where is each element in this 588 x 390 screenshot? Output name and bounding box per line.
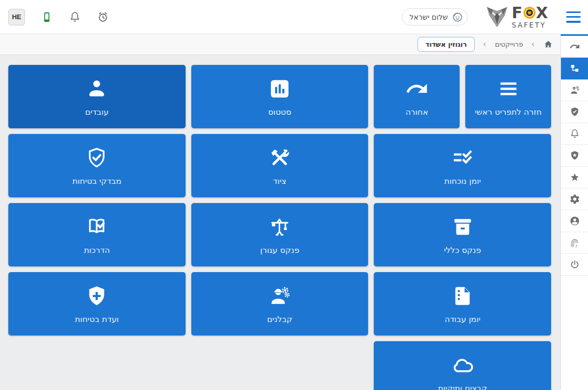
- top-header: HE שלום ישראל F: [0, 0, 588, 34]
- tile-label: סטטוס: [268, 107, 291, 117]
- person-icon: [85, 77, 109, 101]
- tile-files-folders[interactable]: קבצים ותיקיות: [374, 341, 551, 390]
- brand-subtitle: SAFETY: [512, 22, 548, 29]
- shield-plus-icon: [85, 284, 109, 308]
- star-icon: [569, 172, 580, 183]
- menu-icon: [496, 77, 520, 101]
- bell-icon: [569, 128, 580, 139]
- document-icon: [451, 284, 475, 308]
- shield-check-icon: [569, 106, 580, 117]
- tile-trainings[interactable]: הדרכות: [8, 203, 186, 266]
- sidebar-item-contractors[interactable]: [561, 79, 588, 101]
- tile-label: יומן נוכחות: [444, 177, 481, 186]
- breadcrumb-bar: פרוייקטים רוגוזין אשדוד: [0, 34, 560, 55]
- tile-safety-committee[interactable]: ועדת בטיחות: [8, 272, 186, 335]
- sidebar-item-back[interactable]: [561, 36, 588, 58]
- header-right-group: שלום ישראל F X SAFETY: [402, 5, 581, 29]
- sidebar-item-power[interactable]: [561, 254, 588, 276]
- tile-status[interactable]: סטטוס: [191, 65, 369, 128]
- checklist-icon: [451, 146, 475, 170]
- cloud-icon: [451, 353, 475, 377]
- chevron-left-icon: [530, 42, 536, 47]
- account-circle-icon: [569, 216, 580, 226]
- bar-chart-icon: [268, 77, 292, 101]
- tools-icon: [268, 146, 292, 170]
- tile-back-to-main-menu[interactable]: חזרה לתפריט ראשי: [465, 65, 551, 128]
- user-greeting-chip[interactable]: שלום ישראל: [402, 8, 468, 25]
- home-icon[interactable]: [543, 39, 553, 49]
- shield-star-icon: [569, 150, 580, 161]
- brand-target-o-icon: [524, 7, 535, 19]
- tile-crane-ledger[interactable]: פנקס עגורן: [191, 203, 369, 266]
- sidebar-item-project-map[interactable]: [561, 58, 588, 79]
- tile-label: קבלנים: [267, 315, 293, 324]
- greeting-text: שלום ישראל: [410, 13, 448, 21]
- tile-employees[interactable]: עובדים: [8, 65, 186, 128]
- power-icon: [569, 259, 580, 270]
- sidebar-item-favorites[interactable]: [561, 167, 588, 189]
- fingerprint-icon: [569, 237, 580, 248]
- redo-arrow-icon: [569, 41, 580, 52]
- avatar-face-icon: [452, 11, 463, 23]
- fox-logo-icon: [485, 5, 509, 29]
- gear-icon: [569, 194, 580, 205]
- alarm-clock-icon[interactable]: [97, 11, 109, 23]
- sitemap-icon: [569, 63, 580, 74]
- mobile-phone-icon[interactable]: [41, 11, 53, 23]
- tile-label: חזרה לתפריט ראשי: [475, 107, 542, 117]
- tile-work-log[interactable]: יומן עבודה: [374, 272, 551, 335]
- tile-safety-inspections[interactable]: מבדקי בטיחות: [8, 134, 186, 197]
- sidebar-item-safety-badge[interactable]: [561, 145, 588, 167]
- chevron-left-icon: [482, 42, 488, 47]
- header-left-group: HE: [8, 9, 109, 25]
- breadcrumb: פרוייקטים רוגוזין אשדוד: [417, 37, 553, 52]
- tile-contractors[interactable]: קבלנים: [191, 272, 369, 335]
- breadcrumb-projects-link[interactable]: פרוייקטים: [495, 41, 523, 48]
- right-sidebar: [560, 34, 588, 390]
- crane-icon: [268, 215, 292, 239]
- tile-equipment[interactable]: ציוד: [191, 134, 369, 197]
- book-check-icon: [85, 215, 109, 239]
- worker-gears-icon: [569, 85, 580, 96]
- shield-check-outline-icon: [85, 146, 109, 170]
- worker-gears-icon: [268, 284, 292, 308]
- split-cell-navigation: חזרה לתפריט ראשיאחורה: [374, 65, 551, 128]
- sidebar-item-fingerprint[interactable]: [561, 232, 588, 254]
- breadcrumb-current-project-chip[interactable]: רוגוזין אשדוד: [417, 37, 475, 52]
- tile-label: ועדת בטיחות: [75, 315, 119, 324]
- tile-label: יומן עבודה: [445, 315, 480, 324]
- tile-label: הדרכות: [84, 246, 110, 255]
- tile-label: מבדקי בטיחות: [72, 177, 121, 186]
- tile-general-ledger[interactable]: פנקס כללי: [374, 203, 551, 266]
- tile-back[interactable]: אחורה: [374, 65, 460, 128]
- tile-label: אחורה: [406, 107, 428, 117]
- tile-attendance-log[interactable]: יומן נוכחות: [374, 134, 551, 197]
- tile-label: פנקס עגורן: [260, 246, 299, 255]
- sidebar-item-account[interactable]: [561, 210, 588, 232]
- archive-box-icon: [451, 215, 475, 239]
- tile-label: ציוד: [273, 177, 286, 186]
- main-content: חזרה לתפריט ראשיאחורהסטטוסעובדיםיומן נוכ…: [0, 55, 560, 390]
- brand-letter-f: F: [512, 5, 523, 21]
- sidebar-item-settings[interactable]: [561, 189, 588, 210]
- redo-arrow-icon: [405, 77, 429, 101]
- brand-letter-x: X: [536, 5, 548, 21]
- hamburger-menu-icon[interactable]: [566, 11, 581, 23]
- brand-name: F X: [512, 5, 548, 21]
- brand-logo: F X SAFETY: [485, 5, 548, 29]
- tile-label: קבצים ותיקיות: [438, 384, 487, 390]
- notifications-bell-icon[interactable]: [69, 11, 81, 23]
- tile-label: פנקס כללי: [444, 246, 481, 255]
- sidebar-item-notifications[interactable]: [561, 123, 588, 145]
- language-button[interactable]: HE: [8, 9, 25, 25]
- brand-text: F X SAFETY: [512, 5, 548, 29]
- tile-grid: חזרה לתפריט ראשיאחורהסטטוסעובדיםיומן נוכ…: [0, 55, 560, 390]
- sidebar-item-safety-checks[interactable]: [561, 101, 588, 123]
- tile-label: עובדים: [85, 107, 109, 117]
